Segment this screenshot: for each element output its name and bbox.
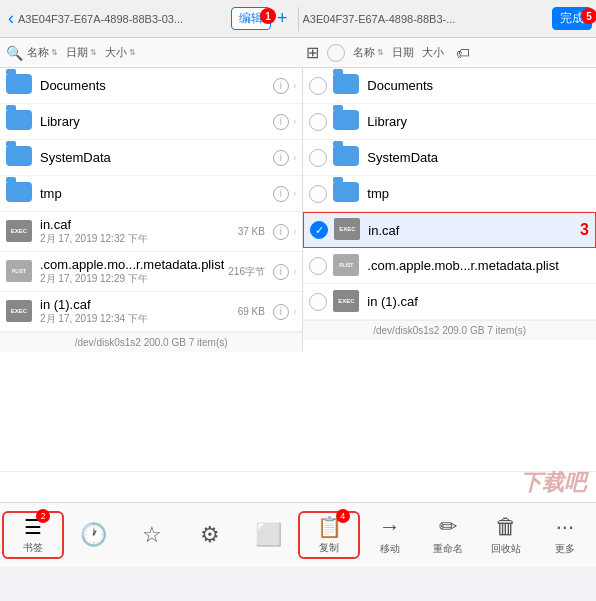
- file-name: .com.apple.mob...r.metadata.plist: [367, 258, 590, 273]
- file-info: Documents: [40, 78, 269, 93]
- sort-date-icon: ⇅: [90, 48, 97, 57]
- info-button[interactable]: i: [273, 304, 289, 320]
- info-button[interactable]: i: [273, 186, 289, 202]
- edit-button[interactable]: 编辑 1: [231, 7, 271, 30]
- copy-icon: 📋 4: [317, 515, 342, 539]
- file-meta: 2月 17, 2019 12:32 下午: [40, 232, 234, 246]
- recycle-icon: 🗑: [495, 514, 517, 540]
- right-panel: Documents Library SystemData: [303, 68, 596, 352]
- toolbar-label: 移动: [380, 542, 400, 556]
- file-name: in.caf: [40, 217, 234, 232]
- folder-icon: [333, 146, 361, 170]
- grid-icon[interactable]: ⊞: [306, 43, 319, 62]
- file-meta: 2月 17, 2019 12:29 下午: [40, 272, 224, 286]
- table-row[interactable]: tmp: [303, 176, 596, 212]
- search-icon-left[interactable]: 🔍: [6, 45, 23, 61]
- table-row[interactable]: EXEC in.caf 2月 17, 2019 12:32 下午 37 KB i…: [0, 212, 302, 252]
- left-panel-status: /dev/disk0s1s2 200.0 GB 7 item(s): [0, 332, 302, 352]
- edit-badge: 1: [260, 8, 276, 24]
- circle-icon: [327, 44, 345, 62]
- file-info: Library: [367, 114, 590, 129]
- left-panel: Documents i › Library i ›: [0, 68, 303, 352]
- tabs-icon: ⬜: [255, 522, 282, 548]
- file-actions: 37 KB i ›: [238, 224, 297, 240]
- info-button[interactable]: i: [273, 78, 289, 94]
- col-date-right[interactable]: 日期: [392, 45, 414, 60]
- toolbar-item-tabs[interactable]: ⬜: [240, 518, 298, 552]
- table-row[interactable]: SystemData: [303, 140, 596, 176]
- move-icon: →: [379, 514, 401, 540]
- col-right-headers: ⊞ 名称 ⇅ 日期 大小 🏷: [296, 43, 596, 62]
- nav-divider: [298, 7, 299, 31]
- info-button[interactable]: i: [273, 150, 289, 166]
- file-info: SystemData: [40, 150, 269, 165]
- table-row[interactable]: PLIST .com.apple.mob...r.metadata.plist: [303, 248, 596, 284]
- toolbar-item-settings[interactable]: ⚙: [181, 518, 239, 552]
- caf-file-icon: EXEC: [334, 218, 362, 242]
- radio-button[interactable]: [309, 77, 327, 95]
- file-name: tmp: [367, 186, 590, 201]
- table-row[interactable]: Documents i ›: [0, 68, 302, 104]
- done-button[interactable]: 完成 5: [552, 7, 592, 30]
- table-row-selected[interactable]: EXEC in.caf 3: [303, 212, 596, 248]
- caf-file-icon: EXEC: [6, 220, 34, 244]
- info-button[interactable]: i: [273, 224, 289, 240]
- table-row[interactable]: PLIST .com.apple.mo...r.metadata.plist 2…: [0, 252, 302, 292]
- file-info: Documents: [367, 78, 590, 93]
- table-row[interactable]: Documents: [303, 68, 596, 104]
- folder-icon: [6, 74, 34, 98]
- copy-badge: 4: [336, 509, 350, 523]
- toolbar-item-recycle[interactable]: 🗑 回收站: [477, 510, 535, 560]
- toolbar-item-history[interactable]: 🕐: [64, 518, 122, 552]
- toolbar-item-copy[interactable]: 📋 4 复制: [298, 511, 360, 559]
- right-path-label: A3E04F37-E67A-4898-88B3-...: [303, 13, 553, 25]
- radio-button[interactable]: [309, 293, 327, 311]
- toolbar-label: 回收站: [491, 542, 521, 556]
- chevron-icon: ›: [293, 152, 296, 163]
- empty-space: [0, 352, 596, 472]
- table-row[interactable]: Library: [303, 104, 596, 140]
- chevron-icon: ›: [293, 80, 296, 91]
- radio-button[interactable]: [309, 185, 327, 203]
- toolbar-item-rename[interactable]: ✏ 重命名: [419, 510, 477, 560]
- file-size: 69 KB: [238, 306, 265, 317]
- table-row[interactable]: EXEC in (1).caf: [303, 284, 596, 320]
- file-name: in (1).caf: [40, 297, 234, 312]
- chevron-icon: ›: [293, 188, 296, 199]
- back-arrow[interactable]: ‹: [4, 8, 18, 29]
- table-row[interactable]: tmp i ›: [0, 176, 302, 212]
- col-name-right[interactable]: 名称 ⇅: [353, 45, 384, 60]
- watermark: 下载吧: [520, 468, 586, 498]
- toolbar-item-star[interactable]: ☆: [123, 518, 181, 552]
- table-row[interactable]: Library i ›: [0, 104, 302, 140]
- file-actions: i ›: [273, 186, 296, 202]
- file-name: tmp: [40, 186, 269, 201]
- radio-button-checked[interactable]: [310, 221, 328, 239]
- info-button[interactable]: i: [273, 114, 289, 130]
- col-size-left[interactable]: 大小 ⇅: [105, 45, 136, 60]
- file-info: tmp: [40, 186, 269, 201]
- sort-name-right-icon: ⇅: [377, 48, 384, 57]
- file-name: SystemData: [40, 150, 269, 165]
- tag-icon[interactable]: 🏷: [456, 45, 470, 61]
- folder-icon: [6, 182, 34, 206]
- table-row[interactable]: EXEC in (1).caf 2月 17, 2019 12:34 下午 69 …: [0, 292, 302, 332]
- bottom-toolbar: ☰ 2 书签 🕐 ☆ ⚙ ⬜ 📋 4 复制: [0, 502, 596, 567]
- bookmarks-badge: 2: [36, 509, 50, 523]
- radio-button[interactable]: [309, 113, 327, 131]
- table-row[interactable]: SystemData i ›: [0, 140, 302, 176]
- col-size-right[interactable]: 大小: [422, 45, 444, 60]
- col-date-left[interactable]: 日期 ⇅: [66, 45, 97, 60]
- plist-file-icon: PLIST: [6, 260, 34, 284]
- chevron-icon: ›: [293, 306, 296, 317]
- toolbar-item-move[interactable]: → 移动: [360, 510, 418, 560]
- toolbar-item-more[interactable]: ··· 更多: [536, 510, 594, 560]
- col-name-left[interactable]: 名称 ⇅: [27, 45, 58, 60]
- radio-button[interactable]: [309, 149, 327, 167]
- file-meta: 2月 17, 2019 12:34 下午: [40, 312, 234, 326]
- toolbar-item-bookmarks[interactable]: ☰ 2 书签: [2, 511, 64, 559]
- info-button[interactable]: i: [273, 264, 289, 280]
- file-name: .com.apple.mo...r.metadata.plist: [40, 257, 224, 272]
- file-info: tmp: [367, 186, 590, 201]
- radio-button[interactable]: [309, 257, 327, 275]
